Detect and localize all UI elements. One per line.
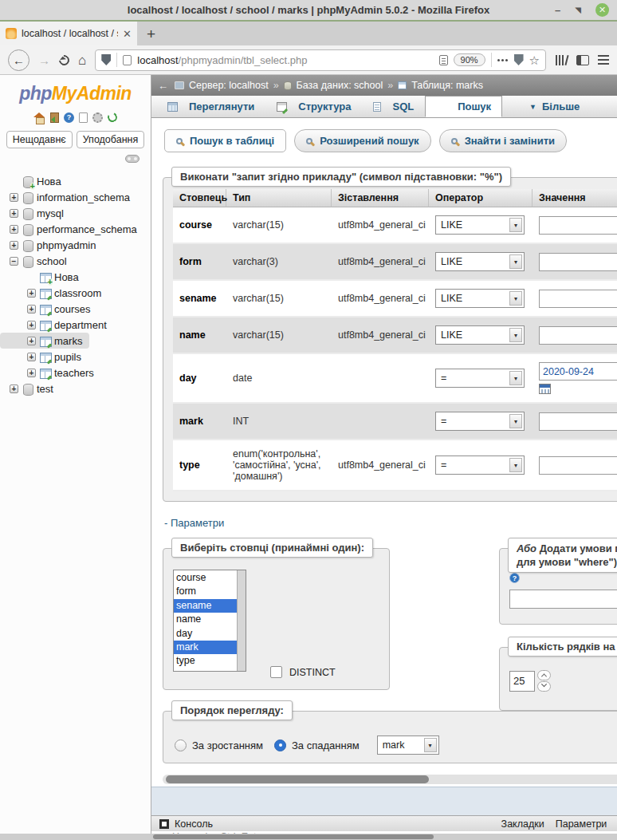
favorite-tables-button[interactable]: Уподобання bbox=[77, 131, 144, 148]
listbox-option[interactable]: name bbox=[174, 613, 237, 626]
search-mode-button[interactable]: Розширений пошук bbox=[294, 129, 430, 152]
tree-item[interactable]: Нова bbox=[0, 269, 86, 285]
listbox-option[interactable]: type bbox=[174, 654, 237, 668]
tree-expander-icon[interactable] bbox=[27, 305, 36, 314]
listbox-scrollbar[interactable] bbox=[237, 570, 246, 671]
value-input[interactable] bbox=[539, 253, 617, 271]
url-bar[interactable]: localhost/phpmyadmin/tbl_select.php 90% … bbox=[95, 49, 546, 71]
browser-tab[interactable]: localhost / localhost / scho ✕ bbox=[0, 22, 137, 45]
tree-item-label[interactable]: Нова bbox=[37, 175, 61, 187]
bookmark-star-icon[interactable]: ☆ bbox=[529, 54, 540, 66]
logout-icon[interactable] bbox=[50, 112, 59, 123]
home-button[interactable]: ⌂ bbox=[78, 53, 86, 67]
tree-item[interactable]: department bbox=[0, 317, 114, 333]
console-link[interactable]: Закладки bbox=[501, 818, 544, 830]
tree-item[interactable]: marks bbox=[0, 333, 89, 349]
where-condition-input[interactable] bbox=[509, 590, 617, 609]
tree-expander-icon[interactable] bbox=[10, 385, 18, 393]
operator-select[interactable]: = ▾ bbox=[435, 412, 525, 431]
table-tab[interactable]: Пошук bbox=[425, 96, 502, 117]
value-input[interactable] bbox=[539, 216, 617, 235]
tree-item-label[interactable]: phpmyadmin bbox=[37, 239, 96, 251]
options-toggle-link[interactable]: - Параметри bbox=[164, 517, 224, 529]
console-toggle[interactable]: Консоль bbox=[159, 818, 213, 830]
sidebar-toggle-icon[interactable] bbox=[576, 55, 589, 65]
help-icon[interactable]: ? bbox=[64, 112, 74, 123]
listbox-option[interactable]: course bbox=[174, 571, 237, 585]
refresh-nav-icon[interactable] bbox=[106, 111, 118, 123]
tree-expander-icon[interactable] bbox=[10, 209, 18, 218]
pma-logo[interactable]: phpMyAdmin bbox=[0, 75, 151, 105]
reload-button[interactable] bbox=[57, 53, 71, 67]
select-dropdown-icon[interactable]: ▾ bbox=[509, 291, 522, 306]
tree-item-label[interactable]: marks bbox=[54, 335, 82, 347]
search-mode-button[interactable]: Пошук в таблиці bbox=[164, 129, 286, 152]
listbox-option[interactable]: mark bbox=[174, 641, 237, 654]
table-tab[interactable]: ▼ Більше bbox=[502, 96, 591, 117]
tree-item[interactable]: information_schema bbox=[0, 189, 137, 205]
documentation-icon[interactable] bbox=[79, 112, 88, 123]
tree-expander-icon[interactable] bbox=[27, 353, 36, 361]
tree-item-label[interactable]: department bbox=[54, 319, 107, 331]
spinner-down-icon[interactable] bbox=[537, 681, 551, 692]
tree-expander-icon[interactable] bbox=[10, 193, 18, 202]
settings-gear-icon[interactable] bbox=[92, 112, 103, 123]
tab-close-icon[interactable]: ✕ bbox=[123, 28, 132, 40]
value-input[interactable] bbox=[539, 362, 617, 381]
tree-item[interactable]: Нова bbox=[0, 173, 69, 189]
table-tab[interactable]: Переглянути bbox=[156, 96, 265, 117]
tree-item-label[interactable]: Нова bbox=[54, 271, 79, 283]
tree-item[interactable]: test bbox=[0, 381, 61, 396]
tree-item[interactable]: performance_schema bbox=[0, 221, 144, 237]
tree-item-label[interactable]: pupils bbox=[54, 351, 81, 363]
value-input[interactable] bbox=[539, 326, 617, 345]
tree-item[interactable]: school bbox=[0, 253, 74, 269]
site-info-icon[interactable] bbox=[123, 55, 132, 65]
value-input[interactable] bbox=[539, 290, 617, 308]
select-dropdown-icon[interactable]: ▾ bbox=[509, 328, 522, 342]
select-dropdown-icon[interactable]: ▾ bbox=[509, 458, 522, 472]
tree-item[interactable]: classroom bbox=[0, 285, 108, 301]
library-icon[interactable] bbox=[555, 54, 568, 66]
rows-per-page-input[interactable] bbox=[509, 671, 535, 692]
listbox-option[interactable]: day bbox=[174, 627, 237, 641]
reader-mode-icon[interactable] bbox=[439, 55, 448, 65]
search-mode-button[interactable]: Знайти і замінити bbox=[439, 129, 567, 152]
value-input[interactable] bbox=[539, 456, 617, 475]
hamburger-menu-icon[interactable] bbox=[598, 55, 609, 57]
forward-button[interactable]: → bbox=[38, 53, 50, 67]
order-asc-radio[interactable] bbox=[175, 739, 187, 751]
tracking-protection-shield-icon[interactable] bbox=[101, 54, 111, 65]
value-input[interactable] bbox=[539, 412, 617, 431]
select-dropdown-icon[interactable]: ▾ bbox=[509, 371, 522, 385]
breadcrumb-table[interactable]: Таблиця: marks bbox=[411, 80, 483, 91]
where-help-icon[interactable]: ? bbox=[509, 573, 520, 583]
order-desc-radio[interactable] bbox=[274, 739, 286, 751]
select-dropdown-icon[interactable]: ▾ bbox=[424, 738, 437, 752]
tree-item-label[interactable]: teachers bbox=[54, 367, 94, 379]
tree-expander-icon[interactable] bbox=[10, 257, 18, 266]
calendar-icon[interactable] bbox=[539, 384, 551, 394]
select-dropdown-icon[interactable]: ▾ bbox=[509, 218, 522, 232]
operator-select[interactable]: LIKE ▾ bbox=[435, 215, 525, 235]
operator-select[interactable]: LIKE ▾ bbox=[435, 252, 525, 271]
operator-select[interactable]: = ▾ bbox=[435, 455, 525, 475]
scrollbar-thumb[interactable] bbox=[166, 775, 429, 783]
table-tab[interactable]: Структура bbox=[265, 96, 362, 117]
nav-resize-handle-icon[interactable] bbox=[125, 155, 140, 163]
operator-select[interactable]: = ▾ bbox=[435, 369, 525, 388]
tree-item-label[interactable]: performance_schema bbox=[37, 223, 137, 235]
tree-item-label[interactable]: mysql bbox=[37, 207, 64, 219]
order-asc-label[interactable]: За зростанням bbox=[192, 739, 263, 751]
spinner-up-icon[interactable] bbox=[537, 670, 551, 680]
tree-expander-icon[interactable] bbox=[27, 289, 36, 298]
maximize-button[interactable]: ◥ bbox=[575, 6, 581, 14]
tree-expander-icon[interactable] bbox=[10, 225, 18, 234]
minimize-button[interactable]: – bbox=[555, 6, 560, 14]
order-column-select[interactable]: mark ▾ bbox=[377, 735, 439, 755]
tree-item-label[interactable]: courses bbox=[54, 303, 91, 315]
select-dropdown-icon[interactable]: ▾ bbox=[509, 414, 522, 428]
order-desc-label[interactable]: За спаданням bbox=[292, 739, 360, 751]
tree-item-label[interactable]: classroom bbox=[54, 287, 101, 299]
operator-select[interactable]: LIKE ▾ bbox=[435, 325, 525, 345]
